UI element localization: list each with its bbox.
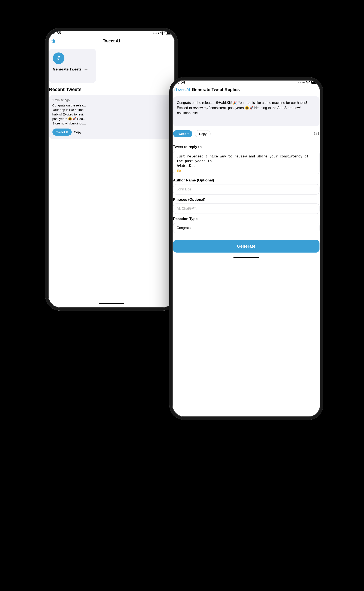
bg-home-indicator [99,303,124,304]
bg-status-bar: 10:55 [45,28,178,37]
generated-tweet-text: Congrats on the release, @HabitKit! 🎉 Yo… [177,101,307,115]
fg-signal-dot-1 [298,82,299,83]
tweet-text: Congrats on the relea... Your app is lik… [52,103,170,126]
background-phone: 10:55 Tweet AI [45,28,178,311]
fg-nav-bar: ‹ Tweet AI Generate Tweet Replies [169,86,323,94]
battery-icon [166,32,172,34]
fg-tweet-action-row: Tweet It Copy 181 [169,128,323,139]
recent-tweets-section: Recent Tweets 1 minute ago Congrats on t… [45,85,178,141]
tweet-time: 1 minute ago [52,98,170,102]
arrow-icon: → [84,67,88,72]
bg-status-icons [153,31,172,35]
recent-tweet-card: 1 minute ago Congrats on the relea... Yo… [49,95,174,139]
fg-status-time: 10:54 [175,80,185,85]
fg-battery-icon [311,81,317,84]
fg-nav-title: Generate Tweet Replies [192,87,240,92]
generated-tweet-box: Congrats on the release, @HabitKit! 🎉 Yo… [173,96,319,126]
back-button[interactable]: ‹ Tweet AI [174,87,190,92]
generate-tweets-card[interactable]: Generate Tweets → [49,49,96,83]
fg-signal-dot-3 [302,82,303,83]
phrases-input[interactable] [173,204,319,214]
bg-status-time: 10:55 [51,31,61,35]
signal-dot-4 [158,33,159,34]
reaction-type-value: Congrats [177,226,191,230]
signal-dot-1 [153,33,154,34]
bg-tweet-it-button[interactable]: Tweet It [52,128,72,136]
fg-tweet-it-button[interactable]: Tweet It [173,130,193,137]
feature-cards: Generate Tweets → [45,46,178,85]
char-count: 181 [314,132,319,136]
generate-button[interactable]: Generate [173,240,319,252]
fg-home-indicator [234,257,259,258]
battery-fill [167,32,170,34]
fg-signal-icon [298,82,305,83]
fg-wifi-icon [306,80,310,84]
fg-status-bar: 10:54 [169,77,323,86]
signal-dot-2 [155,33,156,34]
bg-nav-bar: Tweet AI [45,37,178,46]
fg-copy-button[interactable]: Copy [195,130,211,137]
author-name-input[interactable] [173,184,319,194]
foreground-phone: 10:54 ‹ Tweet AI [169,77,323,420]
tweet-to-reply-input[interactable]: Just released a nice way to review and s… [173,151,319,174]
recent-tweets-title: Recent Tweets [49,87,174,92]
bg-copy-button[interactable]: Copy [74,130,81,134]
divider-1 [169,141,323,141]
svg-point-0 [57,59,58,60]
tweet-card-actions: Tweet It Copy [52,128,170,136]
tweet-to-reply-section: Tweet to reply to Just released a nice w… [169,143,323,238]
fg-signal-dot-2 [300,82,301,83]
phrases-label: Phrases (Optional) [173,198,319,202]
author-name-label: Author Name (Optional) [173,178,319,183]
signal-icon [153,33,159,34]
tweet-to-reply-label: Tweet to reply to [173,145,319,149]
generate-tweets-icon [53,53,65,64]
fg-battery-fill [312,82,316,83]
back-chevron-icon: ‹ [174,87,175,92]
bg-nav-title: Tweet AI [103,39,120,43]
generate-tweets-label: Generate Tweets [53,67,82,72]
reaction-type-label: Reaction Type [173,217,319,221]
fg-status-icons [298,80,317,84]
reaction-type-selector[interactable]: Congrats [173,223,319,233]
gear-icon[interactable] [49,38,56,44]
back-label: Tweet AI [175,87,190,92]
signal-dot-3 [156,33,157,34]
fg-signal-dot-4 [303,82,305,83]
wifi-icon [160,31,165,35]
